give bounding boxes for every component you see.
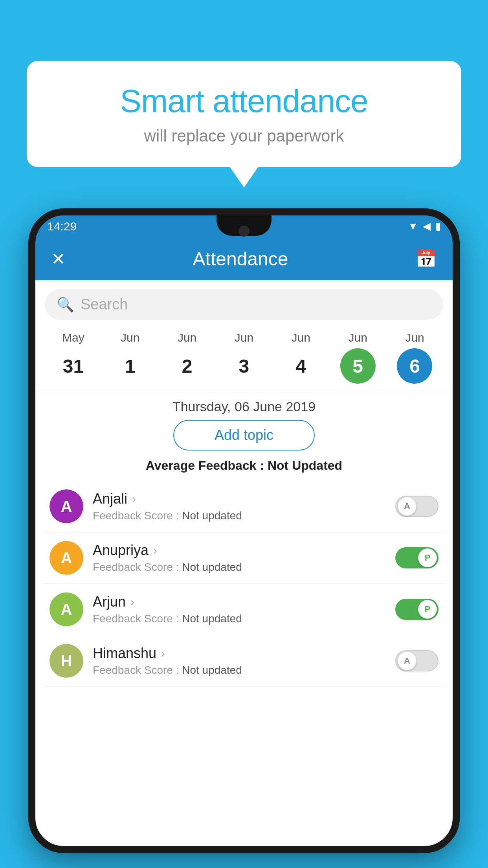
add-topic-button[interactable]: Add topic	[173, 420, 315, 451]
cal-date-label: 4	[283, 348, 319, 384]
calendar-day[interactable]: Jun3	[226, 331, 262, 384]
toggle-thumb: A	[398, 497, 416, 516]
avg-feedback-label: Average Feedback :	[146, 458, 264, 473]
avg-feedback-value: Not Updated	[268, 458, 342, 473]
cal-date-label: 6	[397, 348, 432, 384]
power-button	[457, 287, 460, 334]
student-feedback: Feedback Score : Not updated	[93, 664, 386, 677]
student-info: Anjali ›Feedback Score : Not updated	[93, 491, 386, 522]
student-avatar: A	[50, 541, 83, 575]
speech-bubble-subtitle: will replace your paperwork	[50, 127, 438, 145]
calendar-strip: May31Jun1Jun2Jun3Jun4Jun5Jun6	[35, 327, 453, 390]
student-name[interactable]: Anupriya ›	[93, 542, 386, 559]
feedback-value: Not updated	[182, 664, 242, 676]
notch	[216, 215, 272, 236]
average-feedback: Average Feedback : Not Updated	[35, 458, 453, 481]
student-info: Himanshu ›Feedback Score : Not updated	[93, 645, 386, 677]
toggle-track: P	[395, 599, 438, 620]
wifi-icon: ▼	[408, 220, 418, 232]
toggle-thumb: P	[418, 548, 437, 567]
calendar-button[interactable]: 📅	[415, 248, 437, 269]
cal-date-label: 3	[226, 348, 262, 384]
phone-wrapper: 14:29 ▼ ◀ ▮ ✕ Attendance 📅 🔍 Search May3…	[28, 208, 460, 868]
student-avatar: A	[50, 489, 83, 523]
status-time: 14:29	[47, 220, 77, 233]
battery-icon: ▮	[435, 220, 441, 232]
toggle-track: P	[395, 547, 438, 568]
cal-date-label: 2	[169, 348, 205, 384]
cal-month-label: Jun	[235, 331, 253, 344]
volume-down-button	[28, 311, 31, 342]
student-avatar: H	[50, 644, 83, 678]
student-name[interactable]: Himanshu ›	[93, 645, 386, 662]
attendance-toggle[interactable]: A	[395, 650, 438, 671]
student-item: HHimanshu ›Feedback Score : Not updatedA	[43, 635, 445, 687]
search-bar[interactable]: 🔍 Search	[45, 289, 443, 320]
phone-frame: 14:29 ▼ ◀ ▮ ✕ Attendance 📅 🔍 Search May3…	[28, 208, 460, 853]
status-icons: ▼ ◀ ▮	[408, 220, 441, 232]
feedback-value: Not updated	[182, 509, 242, 522]
speech-bubble: Smart attendance will replace your paper…	[27, 61, 461, 167]
calendar-day[interactable]: Jun4	[283, 331, 319, 384]
cal-date-label: 1	[112, 348, 148, 384]
chevron-icon: ›	[153, 544, 157, 557]
feedback-value: Not updated	[182, 561, 242, 573]
cal-date-label: 5	[340, 348, 376, 384]
camera	[238, 226, 250, 237]
attendance-toggle[interactable]: P	[395, 599, 438, 620]
student-name[interactable]: Arjun ›	[93, 594, 386, 610]
search-icon: 🔍	[57, 296, 74, 313]
cal-month-label: May	[62, 331, 84, 344]
chevron-icon: ›	[161, 647, 165, 660]
student-item: AAnjali ›Feedback Score : Not updatedA	[43, 481, 445, 532]
student-feedback: Feedback Score : Not updated	[93, 612, 386, 625]
student-name[interactable]: Anjali ›	[93, 491, 386, 507]
speech-bubble-title: Smart attendance	[50, 83, 438, 120]
app-bar: ✕ Attendance 📅	[35, 237, 453, 280]
calendar-day[interactable]: Jun1	[112, 331, 148, 384]
toggle-thumb: P	[418, 600, 437, 619]
student-avatar: A	[50, 592, 83, 626]
app-bar-title: Attendance	[193, 248, 288, 270]
volume-up-button	[28, 271, 31, 303]
student-item: AArjun ›Feedback Score : Not updatedP	[43, 584, 445, 635]
student-info: Arjun ›Feedback Score : Not updated	[93, 594, 386, 625]
search-input[interactable]: Search	[81, 296, 128, 313]
cal-month-label: Jun	[178, 331, 196, 344]
chevron-icon: ›	[130, 595, 134, 609]
attendance-toggle[interactable]: P	[395, 547, 438, 568]
calendar-day[interactable]: Jun6	[397, 331, 432, 384]
cal-month-label: Jun	[405, 331, 424, 344]
cal-month-label: Jun	[292, 331, 310, 344]
student-list: AAnjali ›Feedback Score : Not updatedAAA…	[35, 481, 453, 687]
close-button[interactable]: ✕	[51, 249, 66, 269]
calendar-day[interactable]: Jun5	[340, 331, 376, 384]
selected-date-label: Thursday, 06 June 2019	[35, 390, 453, 420]
toggle-thumb: A	[398, 651, 416, 670]
calendar-day[interactable]: Jun2	[169, 331, 205, 384]
toggle-track: A	[395, 496, 438, 517]
app-content: 🔍 Search May31Jun1Jun2Jun3Jun4Jun5Jun6 T…	[35, 280, 453, 846]
cal-month-label: Jun	[348, 331, 367, 344]
feedback-value: Not updated	[182, 612, 242, 625]
attendance-toggle[interactable]: A	[395, 496, 438, 517]
cal-date-label: 31	[55, 348, 91, 384]
student-feedback: Feedback Score : Not updated	[93, 561, 386, 574]
cal-month-label: Jun	[121, 331, 139, 344]
chevron-icon: ›	[132, 492, 136, 506]
student-info: Anupriya ›Feedback Score : Not updated	[93, 542, 386, 574]
signal-icon: ◀	[423, 220, 431, 232]
student-item: AAnupriya ›Feedback Score : Not updatedP	[43, 532, 445, 584]
calendar-day[interactable]: May31	[55, 331, 91, 384]
toggle-track: A	[395, 650, 438, 671]
student-feedback: Feedback Score : Not updated	[93, 509, 386, 522]
